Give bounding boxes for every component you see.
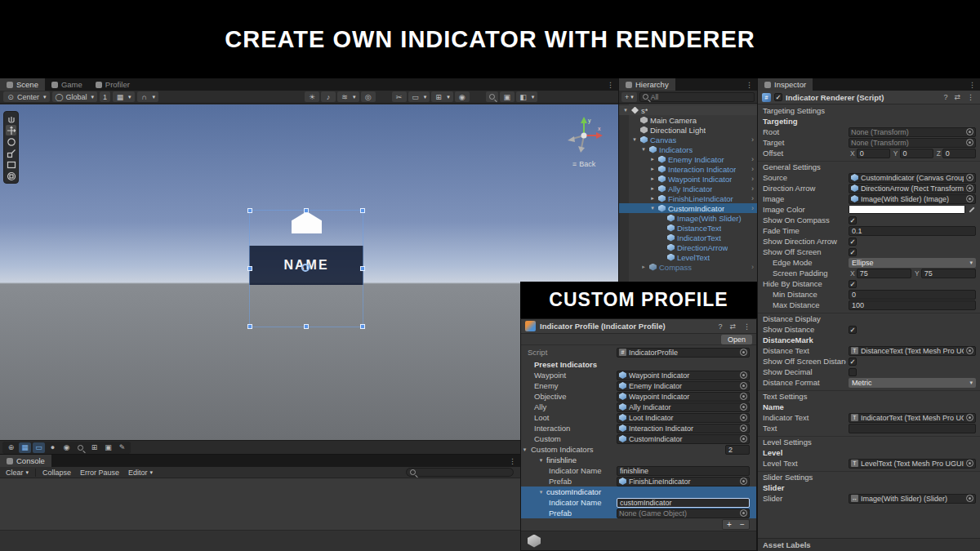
presets-icon[interactable]: ⇄ xyxy=(728,322,737,331)
object-picker-icon[interactable] xyxy=(966,460,973,467)
object-picker-icon[interactable] xyxy=(966,195,973,202)
object-picker-icon[interactable] xyxy=(740,509,747,517)
measure-dropdown[interactable]: ▭▾ xyxy=(408,91,430,102)
finishline-foldout[interactable]: ▾ finishline xyxy=(521,455,756,465)
hierarchy-search[interactable]: All xyxy=(639,92,755,102)
effects-dropdown[interactable]: ≋▾ xyxy=(337,91,359,102)
panel-menu-icon[interactable]: ⋮ xyxy=(742,78,757,91)
offset-x-field[interactable]: 0 xyxy=(857,149,890,158)
preset-object-field[interactable]: Ally Indicator xyxy=(617,402,750,412)
grid-snap-dropdown[interactable]: ▦ ▾ xyxy=(113,91,135,102)
object-picker-icon[interactable] xyxy=(966,174,973,181)
offset-z-field[interactable]: 0 xyxy=(942,149,976,158)
foldout-arrow-icon[interactable]: ▾ xyxy=(640,146,647,153)
kebab-menu-icon[interactable]: ⋮ xyxy=(742,322,752,331)
object-picker-icon[interactable] xyxy=(740,371,747,379)
hierarchy-item[interactable]: ▾ s* xyxy=(619,105,757,115)
preset-object-field[interactable]: Enemy Indicator xyxy=(617,381,750,391)
object-picker-icon[interactable] xyxy=(740,435,747,442)
level-text-object-field[interactable]: T LevelText (Text Mesh Pro UGUI) xyxy=(849,459,976,469)
search-overlay-icon[interactable] xyxy=(74,442,87,453)
sphere-overlay-icon[interactable]: ● xyxy=(47,442,59,453)
hierarchy-item[interactable]: LevelText xyxy=(619,252,757,262)
selection-handle[interactable] xyxy=(304,208,309,213)
custom-indicator-name-field[interactable] xyxy=(617,498,750,508)
hierarchy-item[interactable]: ▸ FinishLineIndicator › xyxy=(619,193,757,203)
min-distance-field[interactable]: 0 xyxy=(849,290,976,300)
color-swatch[interactable] xyxy=(849,205,965,214)
prefab-open-icon[interactable]: › xyxy=(751,184,755,193)
object-picker-icon[interactable] xyxy=(740,382,747,389)
source-object-field[interactable]: CustomIndicator (Canvas Group) xyxy=(849,173,976,183)
console-search[interactable] xyxy=(406,468,514,477)
show-on-compass-checkbox[interactable]: ✓ xyxy=(849,216,857,224)
slider-object-field[interactable]: ↔ Image(With Slider) (Slider) xyxy=(849,494,976,504)
object-picker-icon[interactable] xyxy=(966,139,973,146)
foldout-arrow-icon[interactable]: ▾ xyxy=(631,136,638,143)
target-object-field[interactable]: None (Transform) xyxy=(849,138,976,148)
section-slider-settings[interactable]: Slider Settings xyxy=(758,471,980,482)
custom-indicators-count-field[interactable]: 2 xyxy=(725,445,750,455)
script-object-field[interactable]: # IndicatorProfile xyxy=(617,348,750,358)
hide-by-distance-checkbox[interactable]: ✓ xyxy=(849,280,857,288)
selection-rect[interactable] xyxy=(249,210,363,327)
object-picker-icon[interactable] xyxy=(740,424,747,432)
prefab-open-icon[interactable]: › xyxy=(751,155,755,163)
hierarchy-item[interactable]: ▸ Waypoint Indicator › xyxy=(619,174,757,184)
prefab-open-icon[interactable]: › xyxy=(751,165,755,173)
hierarchy-item[interactable]: ▸ Enemy Indicator › xyxy=(619,154,757,164)
custom-prefab-field[interactable]: None (Game Object) xyxy=(617,509,750,518)
tab-profiler[interactable]: Profiler xyxy=(89,78,136,91)
section-text-settings[interactable]: Text Settings xyxy=(758,390,980,402)
gizmo-projection-label[interactable]: ≡ Back xyxy=(561,160,607,168)
preset-object-field[interactable]: CustomIndicator xyxy=(617,434,750,444)
console-log-list[interactable] xyxy=(0,478,520,530)
overlay-grid-toggle[interactable]: ▣ xyxy=(500,91,514,102)
tab-hierarchy[interactable]: Hierarchy xyxy=(619,78,675,91)
hierarchy-item[interactable]: Main Camera xyxy=(619,115,757,125)
create-object-dropdown[interactable]: + ▾ xyxy=(621,92,637,102)
hierarchy-item[interactable]: DirectionArrow xyxy=(619,242,757,252)
selection-handle[interactable] xyxy=(247,324,252,329)
section-targeting-settings[interactable]: Targeting Settings xyxy=(758,104,980,116)
object-picker-icon[interactable] xyxy=(740,478,747,485)
hierarchy-item[interactable]: DistanceText xyxy=(619,223,757,233)
help-icon[interactable]: ? xyxy=(942,93,949,101)
hierarchy-item[interactable]: Directional Light xyxy=(619,125,757,135)
help-icon[interactable]: ? xyxy=(716,322,724,331)
selection-handle[interactable] xyxy=(360,266,365,271)
object-picker-icon[interactable] xyxy=(966,495,973,502)
pen-overlay-icon[interactable]: ✎ xyxy=(116,442,128,453)
object-picker-icon[interactable] xyxy=(740,393,747,400)
kebab-menu-icon[interactable]: ⋮ xyxy=(965,93,976,101)
selection-handle[interactable] xyxy=(247,266,252,271)
selection-handle[interactable] xyxy=(304,324,309,329)
prefab-open-icon[interactable]: › xyxy=(751,263,755,271)
eye-overlay-icon[interactable]: ◉ xyxy=(60,442,73,453)
direction-arrow-object-field[interactable]: DirectionArrow (Rect Transform) xyxy=(849,184,976,193)
hierarchy-item[interactable]: ▸ Compass › xyxy=(619,262,757,272)
open-button[interactable]: Open xyxy=(721,335,752,344)
view-hand-tool[interactable] xyxy=(6,113,16,124)
scale-tool[interactable] xyxy=(6,148,16,158)
hierarchy-item[interactable]: ▾ Indicators xyxy=(619,144,757,154)
crosshair-tool-icon[interactable]: ⊕ xyxy=(5,442,17,453)
search-scene-button[interactable] xyxy=(486,91,498,102)
asset-labels-bar[interactable]: Asset Labels xyxy=(758,538,980,551)
remove-element-button[interactable]: − xyxy=(736,520,749,529)
audio-toggle[interactable]: ♪ xyxy=(321,91,336,102)
rotate-tool[interactable] xyxy=(6,136,16,147)
tab-console[interactable]: Console xyxy=(0,455,51,467)
eyedropper-icon[interactable] xyxy=(967,205,976,214)
tab-game[interactable]: Game xyxy=(45,78,89,91)
custom-indicators-header[interactable]: ▾ Custom Indicators 2 xyxy=(521,444,756,455)
prefab-open-icon[interactable]: › xyxy=(751,194,755,202)
foldout-arrow-icon[interactable]: ▸ xyxy=(649,185,656,192)
foldout-arrow-icon[interactable]: ▸ xyxy=(649,166,656,172)
max-distance-field[interactable]: 100 xyxy=(849,300,976,310)
cut-tool-button[interactable]: ✂ xyxy=(392,91,407,102)
object-picker-icon[interactable] xyxy=(966,128,973,136)
hierarchy-item[interactable]: Image(With Slider) xyxy=(619,213,757,223)
foldout-arrow-icon[interactable]: ▸ xyxy=(640,264,647,270)
image-object-field[interactable]: Image(With Slider) (Image) xyxy=(849,194,976,204)
